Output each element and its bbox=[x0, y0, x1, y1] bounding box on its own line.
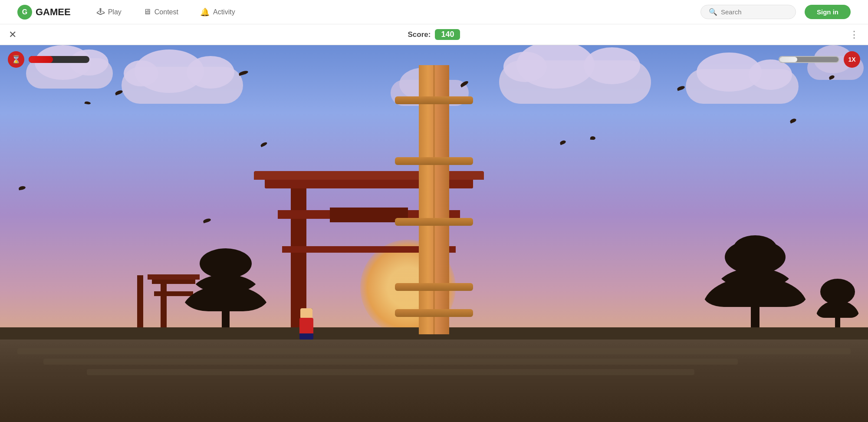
game-area: ⌛ 1X bbox=[0, 45, 868, 422]
sign-in-button[interactable]: Sign in bbox=[805, 5, 851, 19]
nav-contest[interactable]: 🖥 Contest bbox=[143, 7, 178, 16]
cloud-2 bbox=[122, 67, 243, 104]
ladder-rung-2 bbox=[395, 218, 473, 226]
ladder-rung-1 bbox=[395, 157, 473, 165]
search-icon: 🔍 bbox=[709, 8, 717, 16]
ladder-rung-bottom bbox=[395, 309, 473, 317]
nav-right: 🔍 Sign in bbox=[700, 5, 851, 19]
ground-lines bbox=[0, 344, 868, 379]
health-bar bbox=[29, 56, 89, 63]
search-bar[interactable]: 🔍 bbox=[700, 5, 796, 19]
character bbox=[299, 318, 313, 334]
close-button[interactable]: ✕ bbox=[9, 29, 16, 40]
health-bar-fill bbox=[29, 56, 53, 63]
char-body bbox=[299, 318, 313, 334]
ground bbox=[0, 331, 868, 422]
game-toolbar: ✕ Score: 140 ⋮ bbox=[0, 24, 868, 45]
main-pole bbox=[419, 65, 449, 334]
timer-label: ⌛ bbox=[11, 55, 21, 64]
nav-links: 🕹 Play 🖥 Contest 🔔 Activity bbox=[97, 7, 700, 17]
logo-text: GAMEE bbox=[36, 7, 71, 18]
contest-label: Contest bbox=[155, 8, 178, 16]
bell-icon: 🔔 bbox=[200, 7, 210, 17]
score-area: Score: 140 bbox=[408, 29, 460, 40]
activity-label: Activity bbox=[213, 8, 235, 16]
char-head bbox=[300, 308, 312, 319]
play-icon: 🕹 bbox=[97, 7, 105, 16]
char-legs bbox=[299, 333, 313, 340]
ladder-rung-3 bbox=[395, 283, 473, 291]
contest-icon: 🖥 bbox=[143, 7, 151, 16]
logo-icon: G bbox=[17, 5, 32, 20]
boost-bar-fill bbox=[779, 57, 797, 62]
score-label: Score: bbox=[408, 30, 431, 39]
search-input[interactable] bbox=[721, 8, 790, 16]
cloud-4 bbox=[499, 60, 651, 104]
multiplier-label: 1X bbox=[848, 56, 855, 63]
boost-bar bbox=[779, 56, 839, 63]
timer-icon: ⌛ bbox=[8, 51, 24, 68]
nav-play[interactable]: 🕹 Play bbox=[97, 7, 122, 16]
cloud-5 bbox=[686, 69, 799, 104]
navbar: G GAMEE 🕹 Play 🖥 Contest 🔔 Activity 🔍 Si… bbox=[0, 0, 868, 24]
logo-link[interactable]: G GAMEE bbox=[17, 5, 71, 20]
play-label: Play bbox=[108, 8, 122, 16]
hud-left: ⌛ bbox=[8, 51, 89, 68]
hud-right: 1X bbox=[779, 51, 860, 68]
score-value: 140 bbox=[435, 29, 460, 40]
menu-button[interactable]: ⋮ bbox=[849, 29, 859, 40]
nav-activity[interactable]: 🔔 Activity bbox=[200, 7, 235, 17]
multiplier-badge: 1X bbox=[844, 51, 860, 68]
ladder-rung-top bbox=[395, 96, 473, 104]
